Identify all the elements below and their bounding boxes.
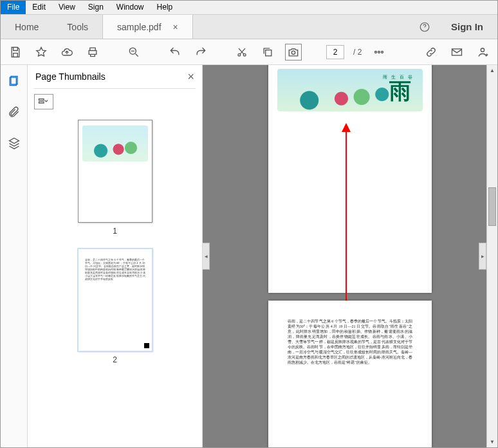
scroll-down-icon[interactable]: ▼ bbox=[487, 436, 497, 447]
annotation-arrow-head bbox=[342, 123, 351, 132]
tab-home[interactable]: Home bbox=[1, 15, 53, 39]
left-rail bbox=[1, 65, 28, 447]
thumbnails-panel: Page Thumbnails × 1 谷雨，是二十四节气之第 6 个节气，春季… bbox=[28, 65, 203, 447]
scroll-thumb[interactable] bbox=[488, 187, 496, 226]
collapse-left-icon[interactable]: ◂ bbox=[203, 243, 210, 270]
svg-point-6 bbox=[375, 51, 377, 53]
content-area: Page Thumbnails × 1 谷雨，是二十四节气之第 6 个节气，春季… bbox=[1, 65, 497, 447]
menu-sign[interactable]: Sign bbox=[82, 1, 110, 14]
svg-point-2 bbox=[238, 53, 241, 56]
account-icon[interactable] bbox=[474, 44, 491, 61]
tab-close-icon[interactable]: × bbox=[173, 22, 178, 32]
svg-rect-14 bbox=[39, 102, 44, 103]
thumbnail-label-1: 1 bbox=[113, 227, 117, 236]
vertical-scrollbar[interactable]: ▲ ▼ bbox=[486, 65, 497, 447]
menu-help[interactable]: Help bbox=[151, 1, 180, 14]
document-viewer[interactable]: ◂ 雨 生 百 谷 雨 谷雨，是二十四节气之第 6 个节气，春季的最后一个节气。… bbox=[203, 65, 497, 447]
more-icon[interactable] bbox=[371, 44, 387, 61]
svg-point-3 bbox=[243, 53, 246, 56]
toolbar: / 2 bbox=[1, 39, 497, 65]
annotation-arrow-line bbox=[346, 127, 347, 313]
page-2-view: 谷雨，是二十四节气之第 6 个节气，春季的最后一个节气。斗指辰；太阳黄经为30°… bbox=[268, 301, 432, 447]
svg-rect-13 bbox=[39, 99, 44, 100]
thumbnail-label-2: 2 bbox=[113, 355, 117, 364]
cloud-icon[interactable] bbox=[59, 44, 75, 61]
page-number-input[interactable] bbox=[326, 45, 344, 59]
undo-icon[interactable] bbox=[167, 44, 183, 61]
panel-options-button[interactable] bbox=[34, 94, 53, 109]
redo-icon[interactable] bbox=[192, 44, 209, 61]
menu-bar: File Edit View Sign Window Help bbox=[1, 1, 497, 15]
copy-icon[interactable] bbox=[259, 44, 276, 61]
page1-main-char: 雨 bbox=[389, 77, 411, 106]
svg-point-8 bbox=[382, 51, 383, 53]
menu-window[interactable]: Window bbox=[110, 1, 151, 14]
thumbnail-page-1[interactable] bbox=[78, 120, 152, 223]
zoom-icon[interactable] bbox=[125, 44, 142, 61]
page-1-view: 雨 生 百 谷 雨 bbox=[268, 65, 432, 293]
menu-view[interactable]: View bbox=[52, 1, 82, 14]
menu-file[interactable]: File bbox=[1, 1, 26, 14]
mail-icon[interactable] bbox=[448, 44, 465, 61]
save-icon[interactable] bbox=[7, 44, 24, 61]
tab-document[interactable]: sample.pdf × bbox=[102, 15, 193, 39]
page-total-label: / 2 bbox=[353, 48, 362, 57]
tab-bar: Home Tools sample.pdf × Sign In bbox=[1, 15, 497, 39]
print-icon[interactable] bbox=[84, 44, 101, 61]
scroll-up-icon[interactable]: ▲ bbox=[487, 65, 497, 76]
layers-rail-icon[interactable] bbox=[6, 135, 23, 151]
star-icon[interactable] bbox=[33, 44, 50, 61]
sign-in-button[interactable]: Sign In bbox=[437, 15, 497, 39]
panel-title: Page Thumbnails bbox=[35, 71, 106, 82]
svg-rect-9 bbox=[452, 49, 462, 55]
tab-document-title: sample.pdf bbox=[117, 22, 161, 32]
link-icon[interactable] bbox=[423, 44, 439, 61]
camera-icon[interactable] bbox=[285, 44, 302, 61]
svg-rect-4 bbox=[266, 50, 272, 55]
menu-edit[interactable]: Edit bbox=[26, 1, 52, 14]
cut-icon[interactable] bbox=[234, 44, 250, 61]
svg-point-10 bbox=[481, 48, 484, 51]
page2-body-text: 谷雨，是二十四节气之第 6 个节气，春季的最后一个节气。斗指辰；太阳黄经为30°… bbox=[288, 319, 412, 365]
thumbnail-page-2[interactable]: 谷雨，是二十四节气之第 6 个节气，春季的最后一个节气。斗指辰；太阳黄经为30°… bbox=[78, 248, 152, 351]
svg-point-5 bbox=[291, 51, 295, 54]
help-icon[interactable] bbox=[412, 15, 437, 39]
svg-point-7 bbox=[378, 51, 380, 53]
panel-close-icon[interactable]: × bbox=[187, 70, 194, 84]
attachments-rail-icon[interactable] bbox=[6, 104, 23, 120]
collapse-right-icon[interactable]: ▸ bbox=[479, 243, 486, 270]
tab-tools[interactable]: Tools bbox=[53, 15, 102, 39]
thumbnails-rail-icon[interactable] bbox=[6, 73, 23, 89]
